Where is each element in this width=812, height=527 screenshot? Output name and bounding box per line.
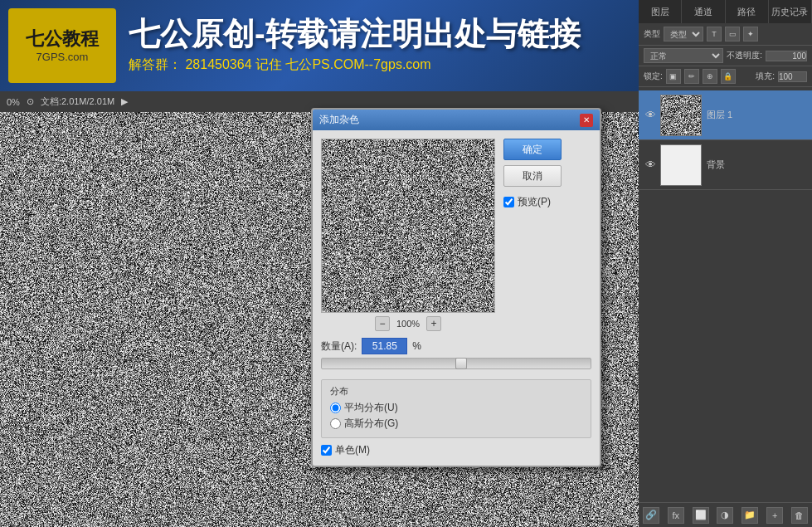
distribution-title: 分布	[330, 385, 582, 398]
add-mask-btn[interactable]: ⬜	[693, 507, 709, 524]
uniform-radio-row: 平均分布(U)	[330, 401, 582, 415]
dialog-preview-canvas	[322, 139, 495, 313]
preview-zoom-row: − 100% +	[321, 316, 495, 331]
icon-btn-star[interactable]: ✦	[743, 27, 758, 41]
blend-mode-row: 正常 不透明度:	[639, 46, 812, 66]
zoom-value: 100%	[396, 319, 420, 329]
right-panel: 图层 通道 路径 历史记录 类型 类型 T ▭ ✦ 正常 不透明度: 锁定: ▣…	[639, 0, 812, 527]
tab-layers[interactable]: 图层	[639, 0, 682, 23]
zoom-in-btn[interactable]: +	[426, 316, 441, 331]
lock-row: 锁定: ▣ ✏ ⊕ 🔒 填充:	[639, 66, 812, 87]
dialog-preview	[321, 139, 495, 313]
fx-btn[interactable]: fx	[668, 507, 684, 524]
dialog-titlebar: 添加杂色 ✕	[313, 110, 600, 130]
doc-info: 文档:2.01M/2.01M	[41, 95, 114, 108]
amount-slider[interactable]	[321, 358, 591, 369]
lock-label: 锁定:	[644, 71, 663, 82]
forward-arrow: ▶	[121, 96, 128, 107]
layers-options: 类型 类型 T ▭ ✦	[639, 23, 812, 46]
icon-btn-T[interactable]: T	[707, 27, 722, 41]
type-select[interactable]: 类型	[664, 27, 703, 41]
lock-transparent-btn[interactable]: ▣	[666, 69, 681, 84]
amount-slider-row	[321, 358, 591, 373]
dialog-controls: 确定 取消 预览(P)	[503, 139, 562, 331]
logo-sub: 7GPS.com	[26, 51, 99, 63]
group-btn[interactable]: 📁	[741, 507, 758, 524]
fill-input[interactable]	[778, 71, 807, 82]
header-logo: 七公教程 7GPS.com	[8, 8, 116, 83]
noise-dialog: 添加杂色 ✕ − 100% + 确定 取消 预览(P)	[311, 108, 601, 467]
background-thumbnail	[660, 144, 702, 186]
add-layer-btn[interactable]: +	[766, 507, 783, 524]
logo-text: 七公教程	[26, 28, 99, 50]
layer1-thumb-canvas	[661, 95, 702, 136]
dialog-body: − 100% + 确定 取消 预览(P) 数量(A): %	[313, 130, 600, 466]
tab-paths[interactable]: 路径	[726, 0, 769, 23]
amount-percent: %	[412, 340, 421, 352]
preview-checkbox[interactable]	[503, 197, 514, 207]
preview-label: 预览(P)	[518, 195, 551, 209]
header-title-area: 七公原创-转载请注明出处与链接 解答群： 281450364 记住 七公PS.C…	[116, 17, 630, 74]
dialog-title: 添加杂色	[319, 113, 359, 127]
type-label: 类型	[644, 28, 660, 40]
panel-tabs: 图层 通道 路径 历史记录	[639, 0, 812, 23]
layer1-visibility[interactable]: 👁	[644, 109, 657, 122]
opacity-input[interactable]	[766, 51, 807, 61]
monochrome-checkbox[interactable]	[321, 445, 332, 456]
lock-paint-btn[interactable]: ✏	[684, 69, 699, 84]
delete-layer-btn[interactable]: 🗑	[791, 507, 808, 524]
background-thumb-white	[661, 145, 701, 185]
background-visibility[interactable]: 👁	[644, 159, 657, 172]
layer-item-layer1[interactable]: 👁 图层 1	[639, 90, 812, 140]
panel-bottom-buttons: 🔗 fx ⬜ ◑ 📁 + 🗑	[639, 502, 812, 527]
amount-label: 数量(A):	[321, 339, 357, 354]
amount-row: 数量(A): %	[321, 338, 591, 354]
amount-input[interactable]	[362, 338, 407, 354]
header-banner: 七公教程 7GPS.com 七公原创-转载请注明出处与链接 解答群： 28145…	[0, 0, 639, 91]
dialog-preview-area: − 100% + 确定 取消 预览(P)	[321, 139, 591, 331]
header-main-title: 七公原创-转载请注明出处与链接	[129, 17, 630, 52]
gaussian-label: 高斯分布(G)	[344, 417, 398, 431]
tab-history[interactable]: 历史记录	[769, 0, 812, 23]
gaussian-radio-row: 高斯分布(G)	[330, 417, 582, 431]
opacity-label: 不透明度:	[727, 50, 762, 61]
zoom-out-btn[interactable]: −	[375, 316, 390, 331]
monochrome-label: 单色(M)	[335, 443, 370, 457]
tab-channels[interactable]: 通道	[682, 0, 725, 23]
layer1-name: 图层 1	[707, 109, 732, 121]
gaussian-radio[interactable]	[330, 418, 341, 429]
background-layer-name: 背景	[707, 159, 725, 171]
uniform-label: 平均分布(U)	[344, 401, 398, 415]
layer-item-background[interactable]: 👁 背景	[639, 140, 812, 190]
layer1-thumbnail	[660, 95, 702, 136]
lock-move-btn[interactable]: ⊕	[703, 69, 717, 84]
confirm-btn[interactable]: 确定	[503, 139, 562, 160]
tool-indicator: ⊙	[27, 96, 34, 107]
blend-mode-select[interactable]: 正常	[644, 48, 723, 63]
dialog-close-btn[interactable]: ✕	[580, 114, 593, 127]
layers-list: 👁 图层 1 👁 背景	[639, 87, 812, 193]
icon-btn-rect[interactable]: ▭	[725, 27, 740, 41]
distribution-section: 分布 平均分布(U) 高斯分布(G)	[321, 379, 591, 438]
link-layers-btn[interactable]: 🔗	[643, 507, 659, 524]
lock-all-btn[interactable]: 🔒	[721, 69, 736, 84]
fill-label: 填充:	[756, 71, 775, 82]
header-subtitle: 解答群： 281450364 记住 七公PS.COM--7gps.com	[129, 56, 630, 74]
adjustment-btn[interactable]: ◑	[717, 507, 733, 524]
monochrome-row: 单色(M)	[321, 443, 591, 457]
zoom-level: 0%	[7, 97, 20, 107]
cancel-btn[interactable]: 取消	[503, 165, 562, 187]
uniform-radio[interactable]	[330, 403, 341, 413]
